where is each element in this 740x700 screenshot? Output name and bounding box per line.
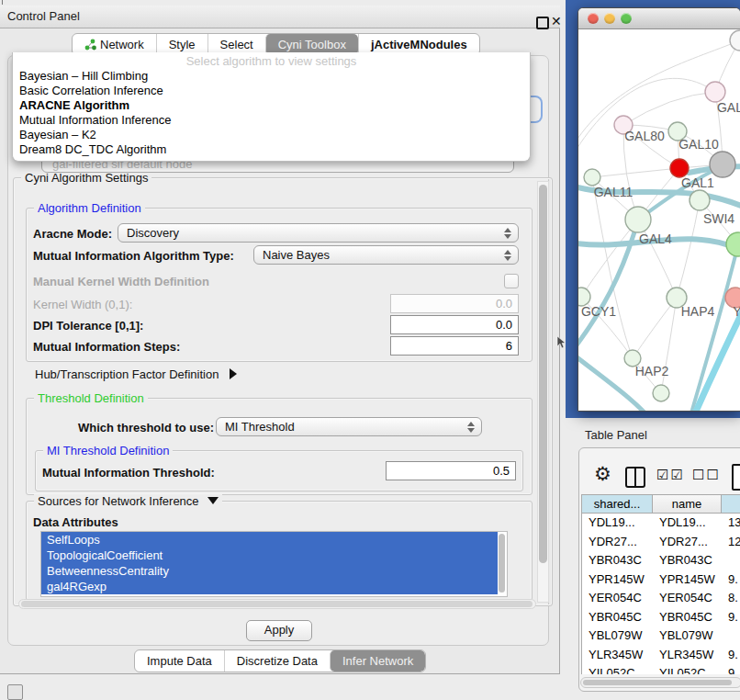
table-cell[interactable]: YIL052C bbox=[653, 664, 722, 674]
sources-title[interactable]: Sources for Network Inference bbox=[34, 494, 222, 508]
table-cell[interactable]: 9. bbox=[722, 570, 740, 590]
table-row[interactable]: YPR145WYPR145W9. bbox=[582, 570, 740, 590]
dpi-tolerance-field[interactable]: 0.0 bbox=[390, 315, 519, 334]
node-top[interactable] bbox=[730, 30, 740, 51]
dropdown-item-bayesian-k2[interactable]: Bayesian – K2 bbox=[13, 128, 530, 142]
which-threshold-select[interactable]: MI Threshold bbox=[216, 417, 482, 436]
table-cell[interactable]: YDR27... bbox=[653, 533, 722, 552]
mi-threshold-field[interactable]: 0.5 bbox=[386, 461, 516, 480]
graph-edge[interactable] bbox=[578, 353, 654, 412]
table-row[interactable]: YIL052CYIL052C9. bbox=[582, 664, 740, 674]
dropdown-item-mutual-information-inference[interactable]: Mutual Information Inference bbox=[13, 113, 530, 128]
mi-algorithm-type-select[interactable]: Naive Bayes bbox=[253, 245, 519, 265]
table-hscrollbar-thumb[interactable] bbox=[583, 680, 732, 685]
graph-edge[interactable] bbox=[592, 168, 679, 177]
node-gray[interactable] bbox=[710, 152, 735, 177]
table-cell[interactable]: 8. bbox=[722, 589, 740, 608]
dropdown-item-aracne-algorithm[interactable]: ARACNE Algorithm bbox=[13, 98, 530, 113]
graph-edge[interactable] bbox=[578, 220, 638, 353]
algorithm-dropdown[interactable]: Select algorithm to view settings Bayesi… bbox=[12, 52, 531, 162]
attr-item-gal4rgexp[interactable]: gal4RGexp bbox=[41, 579, 498, 594]
tab-impute-data[interactable]: Impute Data bbox=[135, 650, 224, 672]
tab-infer-network[interactable]: Infer Network bbox=[330, 650, 425, 672]
node-table[interactable]: shared...nameA YDL19...YDL19...13YDR27..… bbox=[581, 494, 740, 674]
table-cell[interactable]: 13 bbox=[722, 514, 740, 533]
column-header-a[interactable]: A bbox=[722, 494, 740, 514]
graph-edge[interactable] bbox=[623, 92, 715, 125]
table-row[interactable]: YDR27...YDR27...12 bbox=[582, 533, 740, 552]
table-cell[interactable]: YBR045C bbox=[653, 608, 722, 627]
table-row[interactable]: YBR043CYBR043C bbox=[582, 551, 740, 570]
close-icon[interactable]: ✕ bbox=[551, 14, 562, 28]
table-row[interactable]: YLR345WYLR345W9. bbox=[582, 646, 740, 665]
node-swi4[interactable] bbox=[690, 190, 710, 210]
dropdown-item-bayesian-hill-climbing[interactable]: Bayesian – Hill Climbing bbox=[13, 69, 530, 84]
table-row[interactable]: YBR045CYBR045C9. bbox=[582, 608, 740, 627]
aracne-mode-select[interactable]: Discovery bbox=[118, 223, 519, 243]
table-cell[interactable]: YDR27... bbox=[582, 533, 653, 552]
node-gal4[interactable] bbox=[625, 207, 651, 232]
table-cell[interactable]: 9. bbox=[722, 664, 740, 674]
network-window-titlebar[interactable] bbox=[578, 8, 740, 29]
dropdown-item-basic-correlation-inference[interactable]: Basic Correlation Inference bbox=[13, 84, 530, 98]
attr-item-betweennesscentrality[interactable]: BetweennessCentrality bbox=[41, 563, 498, 579]
zoom-button[interactable] bbox=[621, 13, 632, 24]
graph-edge[interactable] bbox=[689, 244, 738, 412]
table-cell[interactable]: YBL079W bbox=[653, 627, 722, 646]
table-cell[interactable] bbox=[722, 551, 740, 570]
node-gal11[interactable] bbox=[584, 169, 600, 186]
graph-edge[interactable] bbox=[633, 298, 677, 358]
table-cell[interactable]: YBL079W bbox=[582, 627, 653, 646]
dropdown-item-dream8-dc-tdc-algorithm[interactable]: Dream8 DC_TDC Algorithm bbox=[13, 142, 530, 157]
gear-icon[interactable]: ⚙ bbox=[594, 463, 611, 485]
table-cell[interactable]: YDL19... bbox=[653, 514, 722, 533]
mi-steps-field[interactable]: 6 bbox=[390, 336, 519, 356]
float-icon[interactable] bbox=[536, 17, 549, 29]
list-scrollbar-thumb[interactable] bbox=[499, 534, 505, 593]
table-row[interactable]: YBL079WYBL079W bbox=[582, 627, 740, 646]
close-button[interactable] bbox=[588, 13, 599, 24]
network-view-window[interactable]: GALGAL80GAL10GAL1GAL11SWI4GAL4GCY1HAP4YH… bbox=[577, 7, 740, 412]
collapsed-arrow-icon[interactable] bbox=[230, 368, 237, 379]
table-cell[interactable]: 9. bbox=[722, 608, 740, 627]
new-table-icon[interactable] bbox=[732, 464, 740, 491]
table-cell[interactable]: 9. bbox=[722, 646, 740, 665]
hub-definition-section[interactable]: Hub/Transcription Factor Definition bbox=[35, 367, 237, 381]
apply-button[interactable]: Apply bbox=[246, 620, 312, 641]
network-graph-canvas[interactable]: GALGAL80GAL10GAL1GAL11SWI4GAL4GCY1HAP4YH… bbox=[578, 29, 740, 412]
table-cell[interactable]: YER054C bbox=[653, 589, 722, 608]
node-bottom[interactable] bbox=[653, 385, 669, 401]
table-cell[interactable]: YPR145W bbox=[582, 570, 653, 590]
table-cell[interactable] bbox=[722, 627, 740, 646]
node-gcy1[interactable] bbox=[578, 288, 590, 306]
column-header-name[interactable]: name bbox=[653, 494, 722, 514]
minimize-button[interactable] bbox=[604, 13, 615, 24]
table-cell[interactable]: YBR043C bbox=[653, 551, 722, 570]
expanded-arrow-icon[interactable] bbox=[207, 497, 219, 504]
table-cell[interactable]: 12 bbox=[722, 533, 740, 552]
node-gal1[interactable] bbox=[670, 159, 689, 177]
table-cell[interactable]: YBR043C bbox=[582, 551, 653, 570]
table-horizontal-scrollbar[interactable] bbox=[580, 677, 740, 688]
control-panel-titlebar[interactable]: Control Panel ✕ bbox=[0, 6, 560, 28]
graph-edge[interactable] bbox=[677, 200, 700, 298]
manual-kernel-checkbox[interactable] bbox=[504, 274, 519, 288]
graph-edge[interactable] bbox=[661, 298, 677, 393]
node-green[interactable] bbox=[726, 232, 740, 256]
table-cell[interactable]: YPR145W bbox=[653, 570, 722, 590]
attr-item-topologicalcoefficient[interactable]: TopologicalCoefficient bbox=[41, 548, 498, 563]
split-view-icon[interactable] bbox=[625, 467, 645, 488]
tab-discretize-data[interactable]: Discretize Data bbox=[224, 650, 330, 672]
table-cell[interactable]: YLR345W bbox=[582, 646, 653, 665]
table-cell[interactable]: YLR345W bbox=[653, 646, 722, 665]
deselect-all-icon[interactable]: ☐☐ bbox=[692, 467, 721, 483]
column-header-shared[interactable]: shared... bbox=[582, 494, 653, 514]
table-row[interactable]: YER054CYER054C8. bbox=[582, 589, 740, 608]
attr-item-selfloops[interactable]: SelfLoops bbox=[41, 532, 498, 548]
table-cell[interactable]: YIL052C bbox=[582, 664, 653, 674]
data-attributes-list[interactable]: SelfLoopsTopologicalCoefficientBetweenne… bbox=[40, 531, 508, 597]
graph-edge[interactable] bbox=[581, 220, 638, 297]
settings-scrollbar-thumb[interactable] bbox=[539, 185, 547, 563]
select-all-icon[interactable]: ☑☑ bbox=[656, 467, 685, 483]
minimized-panel-icon[interactable] bbox=[7, 684, 23, 700]
